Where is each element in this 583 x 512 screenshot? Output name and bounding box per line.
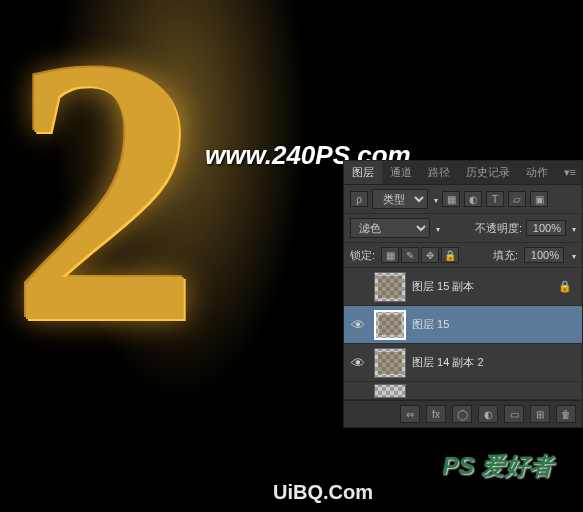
tab-history[interactable]: 历史记录 — [458, 161, 518, 184]
fill-label: 填充: — [493, 248, 518, 263]
fill-value[interactable]: 100% — [524, 247, 564, 263]
lock-label: 锁定: — [350, 248, 375, 263]
opacity-label: 不透明度: — [475, 221, 522, 236]
mask-icon[interactable]: ◯ — [452, 405, 472, 423]
blend-mode-select[interactable]: 滤色 — [350, 218, 430, 238]
layer-thumbnail[interactable] — [374, 384, 406, 398]
filter-type-icon[interactable]: T — [486, 191, 504, 207]
main-number-2: 2 — [10, 20, 200, 362]
filter-adjust-icon[interactable]: ◐ — [464, 191, 482, 207]
filter-kind-icon[interactable]: ρ — [350, 191, 368, 207]
filter-pixel-icon[interactable]: ▦ — [442, 191, 460, 207]
filter-shape-icon[interactable]: ▱ — [508, 191, 526, 207]
lock-row: 锁定: ▦ ✎ ✥ 🔒 填充: 100% — [344, 243, 582, 268]
layer-item[interactable]: 👁 图层 15 — [344, 306, 582, 344]
layers-list: 图层 15 副本 🔒 👁 图层 15 👁 图层 14 副本 2 — [344, 268, 582, 400]
opacity-dropdown-icon[interactable] — [570, 222, 576, 234]
blend-dropdown-icon — [434, 222, 440, 234]
layer-name[interactable]: 图层 15 副本 — [412, 279, 558, 294]
filter-smart-icon[interactable]: ▣ — [530, 191, 548, 207]
layer-thumbnail[interactable] — [374, 310, 406, 340]
visibility-toggle[interactable]: 👁 — [348, 317, 368, 333]
layer-item[interactable]: 👁 图层 14 副本 2 — [344, 344, 582, 382]
filter-kind-select[interactable]: 类型 — [372, 189, 428, 209]
layer-name[interactable]: 图层 14 副本 2 — [412, 355, 578, 370]
lock-icon: 🔒 — [558, 280, 578, 293]
layer-thumbnail[interactable] — [374, 272, 406, 302]
watermark-ps: PS 爱好者 — [442, 450, 553, 482]
fill-dropdown-icon[interactable] — [570, 249, 576, 261]
adjustment-icon[interactable]: ◐ — [478, 405, 498, 423]
lock-all-icon[interactable]: 🔒 — [441, 247, 459, 263]
fx-icon[interactable]: fx — [426, 405, 446, 423]
lock-pixels-icon[interactable]: ✎ — [401, 247, 419, 263]
layers-panel: 图层 通道 路径 历史记录 动作 ▾≡ ρ 类型 ▦ ◐ T ▱ ▣ 滤色 不透… — [343, 160, 583, 428]
filter-row: ρ 类型 ▦ ◐ T ▱ ▣ — [344, 185, 582, 214]
canvas-area: 2 www.240PS.com — [0, 0, 340, 512]
layer-item[interactable]: 图层 15 副本 🔒 — [344, 268, 582, 306]
trash-icon[interactable]: 🗑 — [556, 405, 576, 423]
link-layers-icon[interactable]: ⇔ — [400, 405, 420, 423]
filter-dropdown-icon — [432, 193, 438, 205]
new-layer-icon[interactable]: ⊞ — [530, 405, 550, 423]
panel-bottom-bar: ⇔ fx ◯ ◐ ▭ ⊞ 🗑 — [344, 400, 582, 427]
tab-channels[interactable]: 通道 — [382, 161, 420, 184]
layer-thumbnail[interactable] — [374, 348, 406, 378]
visibility-toggle[interactable]: 👁 — [348, 355, 368, 371]
lock-position-icon[interactable]: ✥ — [421, 247, 439, 263]
blend-row: 滤色 不透明度: 100% — [344, 214, 582, 243]
panel-tabs: 图层 通道 路径 历史记录 动作 ▾≡ — [344, 161, 582, 185]
layer-name[interactable]: 图层 15 — [412, 317, 578, 332]
group-icon[interactable]: ▭ — [504, 405, 524, 423]
layer-item-partial[interactable] — [344, 382, 582, 400]
panel-menu-icon[interactable]: ▾≡ — [558, 166, 582, 179]
opacity-value[interactable]: 100% — [526, 220, 566, 236]
tab-layers[interactable]: 图层 — [344, 161, 382, 184]
tab-actions[interactable]: 动作 — [518, 161, 556, 184]
tab-paths[interactable]: 路径 — [420, 161, 458, 184]
lock-transparent-icon[interactable]: ▦ — [381, 247, 399, 263]
watermark-uibq: UiBQ.Com — [273, 481, 373, 504]
